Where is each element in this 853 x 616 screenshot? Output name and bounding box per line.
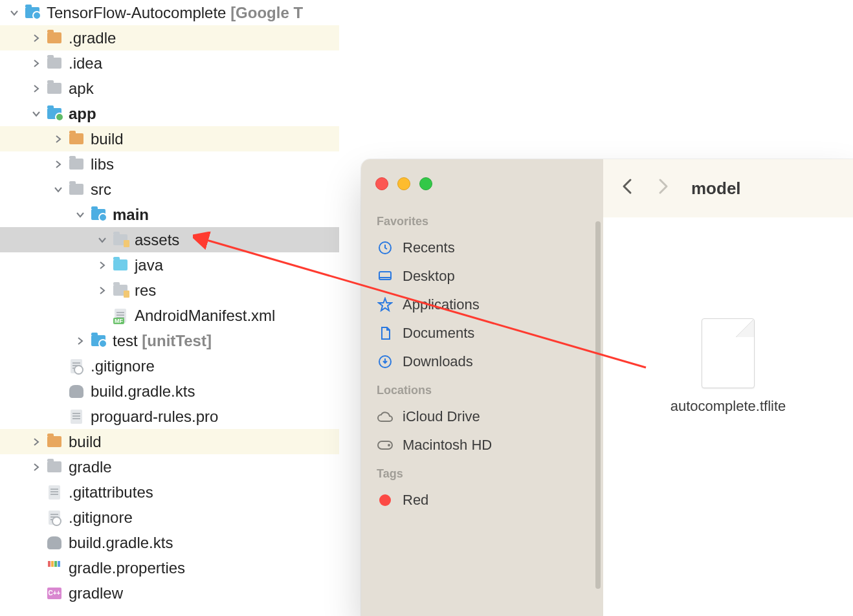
tree-item-buildgradle2[interactable]: build.gradle.kts [0,530,339,555]
file-item[interactable]: autocomplete.tflite [650,318,806,616]
tree-item-proguard[interactable]: proguard-rules.pro [0,404,339,429]
tree-item-label: assets [135,231,179,249]
clock-icon [377,239,393,256]
tree-item-libs[interactable]: libs [0,151,339,177]
disk-icon [377,437,393,454]
module-folder-icon [91,208,106,222]
folder-icon [47,82,62,96]
chevron-right-icon[interactable] [30,32,43,45]
back-button[interactable] [621,177,634,199]
tree-item-label: main [113,206,149,224]
chevron-right-icon[interactable] [96,284,109,297]
tree-item-main[interactable]: main [0,202,339,227]
tree-item-build2[interactable]: build [0,429,339,454]
tree-item-label: AndroidManifest.xml [135,307,275,325]
close-window-icon[interactable] [375,177,388,190]
chevron-down-icon[interactable] [30,107,43,120]
manifest-file-icon [113,309,128,323]
project-tree[interactable]: TensorFlow-Autocomplete [Google T .gradl… [0,0,339,606]
tree-item-label: .gitignore [69,509,133,527]
tree-item-java[interactable]: java [0,252,339,278]
tree-root[interactable]: TensorFlow-Autocomplete [Google T [0,0,339,25]
chevron-down-icon[interactable] [52,183,65,196]
finder-main: model autocomplete.tflite [603,159,853,616]
chevron-right-icon[interactable] [30,461,43,474]
finder-title: model [691,179,741,199]
sidebar-item-applications[interactable]: Applications [375,291,589,319]
tree-item-label: .gitattributes [69,483,153,501]
tree-item-gitignore2[interactable]: .gitignore [0,505,339,530]
chevron-right-icon[interactable] [30,435,43,448]
text-file-icon [47,485,62,500]
forward-button[interactable] [656,177,669,199]
chevron-down-icon[interactable] [74,208,87,221]
tree-item-res[interactable]: res [0,278,339,303]
sidebar-item-label: Documents [403,325,474,342]
finder-window[interactable]: Favorites Recents Desktop Applications D… [361,159,853,616]
sidebar-item-tag-red[interactable]: Red [375,486,589,514]
tree-item-label: build [69,433,102,451]
download-icon [377,353,393,370]
tree-item-src[interactable]: src [0,177,339,202]
finder-sidebar: Favorites Recents Desktop Applications D… [361,159,603,616]
tree-item-label: res [135,281,156,300]
gitignore-file-icon [47,511,62,525]
tree-item-gitignore[interactable]: .gitignore [0,353,339,379]
tree-item-label: libs [91,155,114,173]
document-icon [377,325,393,342]
tree-item-idea[interactable]: .idea [0,50,339,76]
chevron-right-icon[interactable] [96,259,109,272]
minimize-window-icon[interactable] [397,177,410,190]
sidebar-item-downloads[interactable]: Downloads [375,347,589,376]
chevron-right-icon[interactable] [74,335,87,347]
module-folder-icon [91,334,106,348]
resources-folder-icon [113,283,128,298]
sidebar-item-label: Red [403,492,428,509]
chevron-right-icon[interactable] [52,158,65,171]
tree-item-label: gradle.properties [69,559,185,577]
sidebar-item-documents[interactable]: Documents [375,319,589,347]
tree-item-build[interactable]: build [0,126,339,151]
text-file-icon [69,410,84,424]
tree-item-apk[interactable]: apk [0,76,339,101]
tree-item-label: src [91,181,111,199]
sidebar-item-desktop[interactable]: Desktop [375,262,589,291]
properties-file-icon [47,561,62,575]
tree-item-buildgradle[interactable]: build.gradle.kts [0,379,339,404]
tree-item-gradle[interactable]: .gradle [0,25,339,50]
sidebar-section-tags: Tags [377,467,589,481]
tree-item-gradle2[interactable]: gradle [0,454,339,479]
chevron-right-icon[interactable] [30,82,43,95]
tree-item-assets[interactable]: assets [0,227,339,252]
finder-content[interactable]: autocomplete.tflite [603,217,853,616]
tree-item-label: gradle [69,458,112,476]
sidebar-item-icloud[interactable]: iCloud Drive [375,402,589,431]
folder-icon [47,56,62,71]
tree-item-label: TensorFlow-Autocomplete [Google T [47,4,303,22]
sidebar-item-macintosh[interactable]: Macintosh HD [375,431,589,459]
window-traffic-lights [375,177,589,190]
chevron-down-icon[interactable] [96,234,109,247]
scrollbar-icon[interactable] [595,221,601,589]
sidebar-item-label: Downloads [403,353,473,370]
tree-item-label: gradlew [69,584,123,602]
tree-item-test[interactable]: test [unitTest] [0,328,339,353]
folder-icon [47,460,62,474]
module-folder-icon [25,6,40,20]
tree-item-label: app [69,105,96,123]
chevron-right-icon[interactable] [30,57,43,70]
tree-item-label: proguard-rules.pro [91,408,218,426]
chevron-right-icon[interactable] [52,133,65,146]
maximize-window-icon[interactable] [419,177,432,190]
applications-icon [377,296,393,313]
chevron-down-icon[interactable] [8,6,21,19]
tree-item-gradlew[interactable]: C++ gradlew [0,580,339,606]
tree-item-gitattributes[interactable]: .gitattributes [0,479,339,505]
tree-item-manifest[interactable]: AndroidManifest.xml [0,303,339,328]
folder-icon [47,435,62,449]
sidebar-item-recents[interactable]: Recents [375,234,589,262]
sidebar-section-favorites: Favorites [377,215,589,228]
tree-item-gradleproperties[interactable]: gradle.properties [0,555,339,580]
tree-item-label: build.gradle.kts [69,534,173,552]
tree-item-app[interactable]: app [0,101,339,126]
